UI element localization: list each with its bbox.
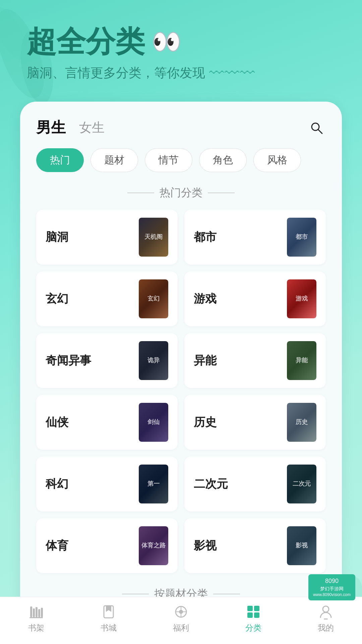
svg-rect-21 (254, 612, 259, 618)
category-item-0[interactable]: 脑洞 天机阁 (36, 210, 178, 265)
search-button[interactable] (307, 118, 326, 137)
filter-tag-plot[interactable]: 情节 (145, 148, 192, 172)
category-name-9: 二次元 (194, 476, 228, 492)
hero-title: 超全分类 👀 (27, 27, 342, 56)
svg-point-22 (323, 606, 329, 612)
category-name-0: 脑洞 (46, 229, 68, 245)
category-name-8: 科幻 (46, 476, 68, 492)
nav-item-welfare[interactable]: 福利 (173, 604, 189, 633)
nav-item-category[interactable]: 分类 (245, 604, 261, 633)
svg-rect-11 (41, 608, 43, 617)
nav-label-welfare: 福利 (173, 623, 189, 633)
category-item-7[interactable]: 历史 历史 (184, 395, 326, 450)
filter-tag-hot[interactable]: 热门 (36, 148, 84, 172)
tab-header-left: 男生 女生 (36, 118, 105, 138)
category-item-3[interactable]: 游戏 游戏 (184, 271, 326, 326)
nav-label-bookstore: 书城 (101, 623, 117, 633)
svg-rect-19 (254, 606, 259, 611)
category-item-2[interactable]: 玄幻 玄幻 (36, 271, 178, 326)
svg-line-6 (318, 129, 322, 133)
nav-label-category: 分类 (245, 623, 261, 633)
nav-item-bookshelf[interactable]: 书架 (28, 604, 44, 633)
category-name-4: 奇闻异事 (46, 353, 91, 368)
category-item-4[interactable]: 奇闻异事 诡异 (36, 333, 178, 388)
category-book-3: 游戏 (287, 279, 316, 318)
category-name-10: 体育 (46, 538, 68, 553)
category-item-1[interactable]: 都市 都市 (184, 210, 326, 265)
nav-label-mine: 我的 (318, 623, 334, 633)
category-item-5[interactable]: 异能 异能 (184, 333, 326, 388)
category-item-6[interactable]: 仙侠 剑仙 (36, 395, 178, 450)
category-book-8: 第一 (139, 465, 168, 503)
category-name-1: 都市 (194, 229, 217, 245)
watermark: 8090 梦幻手游网 www.8090vision.com (308, 574, 355, 600)
tab-female[interactable]: 女生 (79, 119, 105, 136)
svg-rect-7 (30, 606, 32, 617)
category-icon (245, 604, 261, 620)
svg-rect-10 (38, 609, 40, 617)
svg-rect-9 (36, 607, 38, 617)
user-icon (318, 604, 334, 620)
bookmark-icon (101, 604, 117, 620)
hero-section: 超全分类 👀 脑洞、言情更多分类，等你发现 〰〰〰 (0, 0, 362, 95)
category-name-6: 仙侠 (46, 415, 68, 430)
category-name-5: 异能 (194, 353, 217, 368)
nav-item-mine[interactable]: 我的 (318, 604, 334, 633)
category-item-11[interactable]: 影视 影视 (184, 518, 326, 573)
hero-subtitle: 脑洞、言情更多分类，等你发现 〰〰〰 (27, 64, 342, 82)
category-name-11: 影视 (194, 538, 217, 553)
category-book-4: 诡异 (139, 341, 168, 380)
category-book-2: 玄幻 (139, 279, 168, 318)
bookshelf-icon (28, 604, 44, 620)
search-icon (309, 120, 324, 135)
category-book-6: 剑仙 (139, 403, 168, 442)
svg-rect-8 (33, 608, 35, 617)
svg-rect-23 (324, 619, 328, 620)
nav-label-bookshelf: 书架 (28, 623, 44, 633)
category-item-8[interactable]: 科幻 第一 (36, 457, 178, 512)
category-book-0: 天机阁 (139, 218, 168, 257)
gift-icon (173, 604, 189, 620)
filter-tag-subject[interactable]: 题材 (90, 148, 138, 172)
filter-tag-style[interactable]: 风格 (253, 148, 301, 172)
filter-tags: 热门 题材 情节 角色 风格 (36, 148, 326, 172)
category-book-1: 都市 (287, 218, 316, 257)
wave-decoration: 〰〰〰 (209, 65, 255, 82)
main-card: 男生 女生 热门 题材 情节 角色 风格 热门分类 脑洞 天机阁 都市 (20, 102, 342, 644)
category-name-7: 历史 (194, 415, 217, 430)
category-name-2: 玄幻 (46, 291, 68, 307)
svg-rect-18 (247, 606, 253, 611)
category-item-9[interactable]: 二次元 二次元 (184, 457, 326, 512)
hero-title-text: 超全分类 (27, 27, 145, 56)
hero-subtitle-text: 脑洞、言情更多分类，等你发现 (27, 64, 205, 82)
bottom-nav: 书架 书城 福利 (0, 597, 362, 644)
category-book-10: 体育之路 (139, 526, 168, 565)
category-book-9: 二次元 (287, 465, 316, 503)
tab-male[interactable]: 男生 (36, 118, 66, 138)
category-book-5: 异能 (287, 341, 316, 380)
tab-header: 男生 女生 (36, 118, 326, 138)
category-book-7: 历史 (287, 403, 316, 442)
category-name-3: 游戏 (194, 291, 217, 307)
category-grid: 脑洞 天机阁 都市 都市 玄幻 玄幻 游戏 游戏 奇闻异事 (36, 210, 326, 573)
category-book-11: 影视 (287, 526, 316, 565)
hot-section-title: 热门分类 (36, 185, 326, 200)
category-item-10[interactable]: 体育 体育之路 (36, 518, 178, 573)
svg-rect-20 (247, 612, 253, 618)
filter-tag-role[interactable]: 角色 (199, 148, 247, 172)
svg-rect-12 (29, 617, 43, 618)
eyes-decoration: 👀 (152, 30, 182, 54)
nav-item-bookstore[interactable]: 书城 (101, 604, 117, 633)
